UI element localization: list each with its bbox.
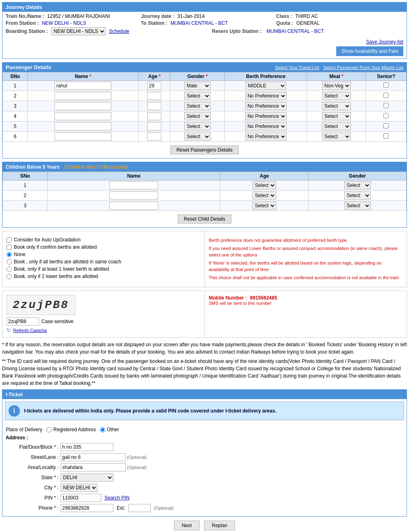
travel-list-link[interactable]: Select Your Travel List <box>275 65 319 70</box>
passenger-row-5: 5 Select Male Female No Preference LOWER… <box>3 122 407 132</box>
captcha-input[interactable] <box>7 317 39 326</box>
child-row2-name-input[interactable] <box>109 191 158 200</box>
radio-one-lower[interactable] <box>7 267 12 272</box>
row1-meal-select[interactable]: Select Non-Veg Veg <box>322 82 351 90</box>
col-berth: Berth Preference <box>225 72 307 81</box>
city-select[interactable]: NEW DELHI <box>61 484 98 492</box>
registered-address-text: Registered Address <box>53 427 96 432</box>
state-select[interactable]: DELHI <box>61 473 113 482</box>
row1-berth-select[interactable]: LOWER MIDDLE UPPER SIDE LOWER SIDE UPPER <box>246 82 286 90</box>
child-row1-gender-cell: Select Male Female <box>309 180 407 191</box>
row4-senior-checkbox[interactable] <box>383 113 389 118</box>
row4-name-input[interactable] <box>54 112 111 120</box>
replan-button[interactable]: Replan <box>204 521 235 530</box>
child-row2-gender-select[interactable]: Select Male Female <box>344 191 371 200</box>
row2-gender-select[interactable]: Select Male Female <box>184 92 211 100</box>
row5-gender-select[interactable]: Select Male Female <box>184 122 211 130</box>
row6-name-input[interactable] <box>54 132 111 141</box>
row6-age-input[interactable] <box>147 132 161 141</box>
row5-berth-cell: No Preference LOWER MIDDLE UPPER <box>225 122 307 132</box>
row3-berth-select[interactable]: No Preference LOWER MIDDLE UPPER <box>245 102 287 110</box>
row2-name-input[interactable] <box>54 92 111 100</box>
reset-passengers-button[interactable]: Reset Passengers Details <box>170 145 239 154</box>
child-col-sno: SNo <box>3 172 48 180</box>
row1-sno: 1 <box>3 81 28 91</box>
child-row1-age-cell: Select 01234 <box>220 180 308 191</box>
row6-berth-select[interactable]: No Preference LOWER MIDDLE UPPER <box>245 132 287 141</box>
address-label: Address : <box>6 435 28 441</box>
child-row3-gender-select[interactable]: Select Male Female <box>344 202 371 210</box>
row6-gender-select[interactable]: Select Male Female <box>184 132 211 141</box>
other-address-label[interactable]: Other <box>100 427 119 432</box>
row6-senior-checkbox[interactable] <box>383 133 389 139</box>
row1-age-input[interactable] <box>147 82 161 90</box>
next-button[interactable]: Next <box>174 521 200 530</box>
master-list-link[interactable]: Select Passenger From Your Master List <box>323 65 403 70</box>
address-grid: Flat/Door/Block * : Street/Lane : (Optio… <box>6 443 403 512</box>
row6-meal-select[interactable]: Select Non-Veg Veg <box>322 132 351 141</box>
case-sensitive-label: Case-sensitive <box>41 319 74 324</box>
row6-berth-cell: No Preference LOWER MIDDLE UPPER <box>225 132 307 142</box>
row2-berth-select[interactable]: No Preference LOWER MIDDLE UPPER <box>245 92 287 100</box>
ext-input[interactable] <box>128 504 151 512</box>
child-row1-age-select[interactable]: Select 01234 <box>252 181 276 189</box>
radio-two-lower[interactable] <box>7 274 12 279</box>
row1-gender-select[interactable]: Male Female <box>184 82 211 90</box>
row3-age-input[interactable] <box>147 102 161 110</box>
row5-meal-select[interactable]: Select Non-Veg Veg <box>322 122 351 130</box>
row5-name-input[interactable] <box>54 122 111 130</box>
child-row2-age-select[interactable]: Select 01234 <box>252 191 276 200</box>
journey-details-header: Journey Details <box>2 2 407 12</box>
row5-senior-checkbox[interactable] <box>383 123 389 128</box>
quota-value: GENERAL <box>296 20 320 26</box>
row4-gender-select[interactable]: Select Male Female <box>184 112 211 120</box>
search-pin-link[interactable]: Search PIN <box>104 495 129 501</box>
reset-child-button[interactable]: Reset Child Details <box>178 215 231 224</box>
registered-address-radio[interactable] <box>46 427 52 432</box>
auto-upgradation-checkbox[interactable] <box>7 237 12 243</box>
area-input[interactable] <box>61 463 126 471</box>
schedule-link[interactable]: Schedule <box>109 28 129 34</box>
row2-meal-select[interactable]: Select Non-Veg Veg <box>322 92 351 100</box>
row5-berth-select[interactable]: No Preference LOWER MIDDLE UPPER <box>245 122 287 130</box>
radio-all-same-coach[interactable] <box>7 259 12 265</box>
row3-gender-select[interactable]: Select Male Female <box>184 102 211 110</box>
row1-name-input[interactable] <box>54 82 111 90</box>
row2-sno: 2 <box>3 91 28 101</box>
row3-name-input[interactable] <box>54 102 111 110</box>
child-row2-name-cell <box>48 191 220 201</box>
registered-address-label[interactable]: Registered Address <box>46 427 96 432</box>
phone-input[interactable] <box>61 504 113 512</box>
row4-meal-select[interactable]: Select Non-Veg Veg <box>322 112 351 120</box>
show-fare-button[interactable]: Show Availability and Fare <box>336 46 403 56</box>
row5-age-input[interactable] <box>147 122 161 130</box>
street-input[interactable] <box>61 453 126 461</box>
child-row1-gender-select[interactable]: Select Male Female <box>344 181 371 189</box>
row4-berth-select[interactable]: No Preference LOWER MIDDLE UPPER <box>245 112 287 120</box>
row2-senior-checkbox[interactable] <box>383 93 389 98</box>
row1-meal-cell: Select Non-Veg Veg <box>307 81 366 91</box>
row4-age-cell <box>139 111 170 122</box>
pin-input[interactable] <box>61 494 101 502</box>
col-meal: Meal * <box>307 72 366 81</box>
other-address-radio[interactable] <box>100 427 105 432</box>
row3-meal-select[interactable]: Select Non-Veg Veg <box>322 102 351 110</box>
child-row3-age-select[interactable]: Select 01234 <box>252 202 276 210</box>
radio-none[interactable] <box>7 252 12 257</box>
row2-senior-cell <box>366 91 407 101</box>
row2-age-input[interactable] <box>147 92 161 100</box>
row3-senior-checkbox[interactable] <box>383 103 389 108</box>
row1-senior-checkbox[interactable] <box>383 83 389 88</box>
boarding-station-select[interactable]: NEW DELHI - NDLS <box>51 27 106 35</box>
flat-input[interactable] <box>61 443 113 451</box>
confirm-berths-checkbox[interactable] <box>7 245 12 250</box>
save-journey-link[interactable]: Save Journey list <box>366 39 403 45</box>
child-row3-name-input[interactable] <box>109 202 158 210</box>
child-row2-sno: 2 <box>3 191 48 201</box>
row4-berth-cell: No Preference LOWER MIDDLE UPPER <box>225 111 307 122</box>
train-no-label: Train No./Name : <box>6 13 44 19</box>
child-row1-name-input[interactable] <box>109 181 158 189</box>
row6-name-cell <box>28 132 139 142</box>
refresh-captcha-link[interactable]: Refresh Captcha <box>13 328 47 333</box>
row4-age-input[interactable] <box>147 112 161 120</box>
